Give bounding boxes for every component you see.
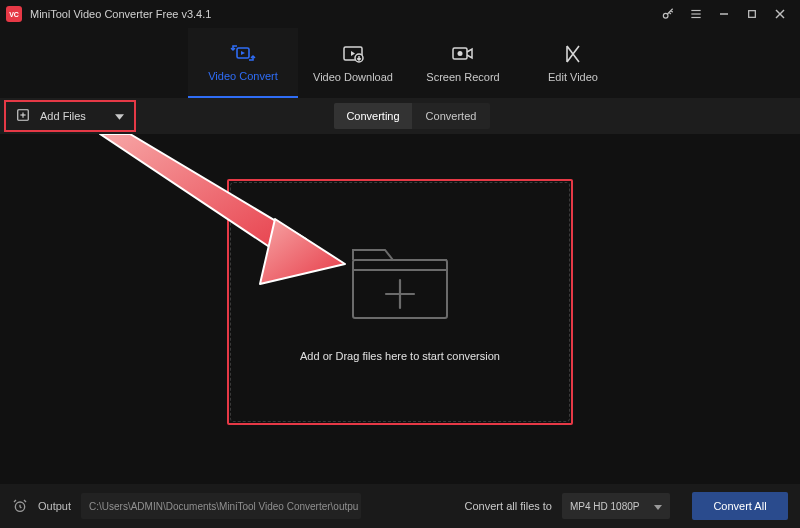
tab-label: Converting <box>346 110 399 122</box>
drop-zone-label: Add or Drag files here to start conversi… <box>300 350 500 362</box>
video-download-icon <box>342 43 364 65</box>
nav-video-download[interactable]: Video Download <box>298 28 408 98</box>
convert-all-button[interactable]: Convert All <box>692 492 788 520</box>
edit-video-icon <box>563 43 583 65</box>
chevron-down-icon <box>654 501 662 512</box>
titlebar: VC MiniTool Video Converter Free v3.4.1 <box>0 0 800 28</box>
nav-label: Video Convert <box>208 70 278 82</box>
nav-edit-video[interactable]: Edit Video <box>518 28 628 98</box>
svg-marker-27 <box>654 505 662 510</box>
window-title: MiniTool Video Converter Free v3.4.1 <box>30 8 654 20</box>
svg-point-1 <box>663 13 668 18</box>
output-preset-dropdown[interactable]: MP4 HD 1080P <box>562 493 670 519</box>
top-nav: Video Convert Video Download Screen Reco… <box>0 28 800 98</box>
svg-rect-6 <box>749 11 756 18</box>
convert-all-label: Convert All <box>713 500 766 512</box>
tab-converting[interactable]: Converting <box>334 103 412 129</box>
maximize-button[interactable] <box>738 0 766 28</box>
nav-label: Screen Record <box>426 71 499 83</box>
status-tab-switch: Converting Converted <box>334 103 490 129</box>
app-logo: VC <box>6 6 22 22</box>
svg-marker-12 <box>351 51 355 56</box>
clock-icon[interactable] <box>12 498 28 514</box>
menu-icon[interactable] <box>682 0 710 28</box>
svg-text:VC: VC <box>9 11 19 18</box>
add-files-button[interactable]: Add Files <box>6 102 134 130</box>
tab-converted[interactable]: Converted <box>412 103 490 129</box>
svg-point-15 <box>458 51 463 56</box>
bottom-bar: Output C:\Users\ADMIN\Documents\MiniTool… <box>0 484 800 528</box>
add-files-label: Add Files <box>40 110 86 122</box>
minimize-button[interactable] <box>710 0 738 28</box>
output-path-field[interactable]: C:\Users\ADMIN\Documents\MiniTool Video … <box>81 493 361 519</box>
svg-marker-10 <box>241 51 245 55</box>
nav-video-convert[interactable]: Video Convert <box>188 28 298 98</box>
video-convert-icon <box>230 42 256 64</box>
nav-screen-record[interactable]: Screen Record <box>408 28 518 98</box>
output-path-text: C:\Users\ADMIN\Documents\MiniTool Video … <box>89 501 358 512</box>
svg-marker-19 <box>115 114 124 119</box>
drop-zone[interactable]: Add or Drag files here to start conversi… <box>230 182 570 422</box>
preset-value: MP4 HD 1080P <box>570 501 639 512</box>
nav-label: Edit Video <box>548 71 598 83</box>
close-button[interactable] <box>766 0 794 28</box>
tab-label: Converted <box>426 110 477 122</box>
folder-add-icon <box>345 242 455 332</box>
toolbar: Add Files Converting Converted <box>0 98 800 134</box>
main-area: Add or Drag files here to start conversi… <box>0 134 800 484</box>
key-icon[interactable] <box>654 0 682 28</box>
nav-label: Video Download <box>313 71 393 83</box>
add-files-icon <box>16 108 30 124</box>
screen-record-icon <box>451 43 475 65</box>
chevron-down-icon <box>115 110 124 122</box>
convert-all-to-label: Convert all files to <box>465 500 552 512</box>
output-label: Output <box>38 500 71 512</box>
